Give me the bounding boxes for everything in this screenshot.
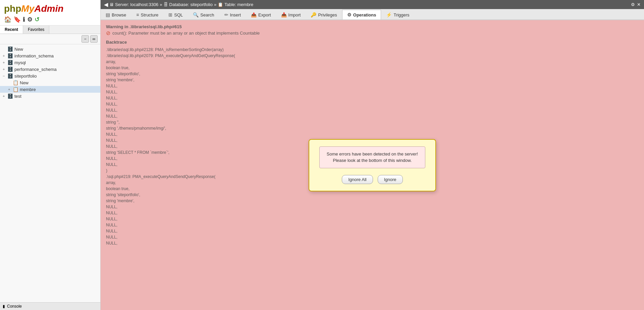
db-icon: 🗄️	[7, 67, 13, 72]
tree-item-performance-schema[interactable]: + 🗄️ performance_schema	[0, 66, 100, 73]
tab-structure-label: Structure	[141, 12, 159, 17]
tree-label-performance-schema: performance_schema	[14, 67, 57, 72]
tree-label-mysql: mysql	[14, 60, 26, 65]
tab-triggers[interactable]: ⚡ Triggers	[381, 10, 414, 19]
table-icon: 📋	[13, 80, 18, 85]
tree-label-membre: membre	[20, 87, 36, 92]
breadcrumb: ◀ 🖥 Server: localhost:3306 » 🗄 Database:…	[104, 1, 253, 8]
table-label: Table: membre	[224, 2, 253, 7]
tab-browse[interactable]: ▤ Browse	[101, 10, 131, 19]
db-icon: 🗄️	[7, 46, 13, 52]
sidebar-tabs: Recent Favorites	[0, 26, 100, 34]
settings-icon[interactable]: ⚙	[27, 16, 33, 23]
tab-search-label: Search	[200, 12, 214, 17]
settings-title-icon[interactable]: ⚙	[631, 2, 635, 7]
tab-bar: ▤ Browse ≡ Structure ⊞ SQL 🔍 Search ✏ In…	[101, 9, 644, 20]
logo-php: php	[4, 3, 21, 14]
tab-operations-label: Operations	[353, 12, 376, 17]
tree-label-information-schema: information_schema	[14, 53, 54, 58]
tree-label-siteportfolio-new: New	[20, 80, 29, 85]
import-tab-icon: 📥	[281, 12, 287, 17]
tab-privileges[interactable]: 🔑 Privileges	[306, 10, 342, 19]
expand-icon: +	[3, 94, 7, 98]
tree-item-new-top[interactable]: 🗄️ New	[0, 46, 100, 52]
bookmark-icon[interactable]: 🔖	[13, 16, 21, 23]
logo-admin: Admin	[34, 3, 63, 14]
tab-insert-label: Insert	[230, 12, 241, 17]
expand-icon: +	[8, 87, 13, 91]
sql-tab-icon: ⊞	[168, 12, 172, 17]
expand-icon: +	[3, 54, 7, 58]
db-icon: 🗄️	[7, 60, 13, 65]
title-icons: ⚙ ✕	[631, 2, 641, 7]
logo-area: phpMyAdmin 🏠 🔖 ℹ ⚙ ↺	[0, 0, 100, 26]
tab-sql-label: SQL	[174, 12, 183, 17]
content-area: Warning in .\libraries\sql.lib.php#615 ⊘…	[101, 20, 644, 310]
modal-message: Some errors have been detected on the se…	[319, 146, 425, 168]
tab-operations[interactable]: ⚙ Operations	[342, 10, 381, 19]
server-label: Server: localhost:3306	[115, 2, 158, 7]
ignore-button[interactable]: Ignore	[378, 175, 403, 184]
database-tree: 🗄️ New + 🗄️ information_schema + 🗄️ mysq…	[0, 44, 100, 302]
tab-export-label: Export	[258, 12, 271, 17]
tab-insert[interactable]: ✏ Insert	[219, 10, 246, 19]
tab-sql[interactable]: ⊞ SQL	[163, 10, 188, 19]
browse-tab-icon: ▤	[106, 12, 110, 17]
tree-item-test[interactable]: + 🗄️ test	[0, 93, 100, 99]
tree-item-membre[interactable]: + 📋 membre	[0, 86, 100, 93]
db-icon: 🗄	[164, 2, 168, 7]
logo-icons: 🏠 🔖 ℹ ⚙ ↺	[4, 16, 96, 23]
tree-label-new-top: New	[14, 47, 23, 52]
tab-recent[interactable]: Recent	[0, 26, 23, 34]
tree-item-siteportfolio[interactable]: − 🗄️ siteportfolio	[0, 73, 100, 79]
tab-browse-label: Browse	[112, 12, 126, 17]
sidebar: phpMyAdmin 🏠 🔖 ℹ ⚙ ↺ Recent Favorites − …	[0, 0, 101, 310]
db-icon: 🗄️	[7, 73, 13, 79]
tab-structure[interactable]: ≡ Structure	[131, 10, 163, 19]
back-icon[interactable]: ◀	[104, 1, 108, 8]
server-icon: 🖥	[109, 2, 114, 7]
privileges-tab-icon: 🔑	[311, 12, 316, 17]
table-icon: 📋	[218, 2, 223, 7]
tab-search[interactable]: 🔍 Search	[188, 10, 219, 19]
console-bar[interactable]: ▮ Console	[0, 302, 100, 310]
tab-triggers-label: Triggers	[393, 12, 409, 17]
tab-export[interactable]: 📤 Export	[246, 10, 276, 19]
tab-import-label: Import	[288, 12, 301, 17]
tree-item-mysql[interactable]: + 🗄️ mysql	[0, 59, 100, 66]
search-tab-icon: 🔍	[193, 12, 199, 17]
sep2: »	[214, 2, 216, 7]
link-button[interactable]: ∞	[90, 35, 98, 43]
insert-tab-icon: ✏	[224, 12, 228, 17]
db-icon: 🗄️	[7, 53, 13, 58]
expand-icon: +	[3, 67, 7, 71]
structure-tab-icon: ≡	[136, 12, 139, 17]
refresh-icon[interactable]: ↺	[35, 16, 40, 23]
modal-message-line1: Some errors have been detected on the se…	[327, 151, 418, 157]
info-icon[interactable]: ℹ	[23, 16, 25, 23]
tree-label-test: test	[14, 94, 21, 99]
tree-item-siteportfolio-new[interactable]: 📋 New	[0, 79, 100, 86]
tab-favorites[interactable]: Favorites	[23, 26, 49, 34]
tab-import[interactable]: 📥 Import	[276, 10, 306, 19]
sep1: »	[160, 2, 162, 7]
db-label: Database: siteportfolio	[169, 2, 213, 7]
expand-icon: −	[3, 74, 7, 78]
close-title-icon[interactable]: ✕	[637, 2, 641, 7]
export-tab-icon: 📤	[251, 12, 257, 17]
tab-privileges-label: Privileges	[318, 12, 337, 17]
console-icon: ▮	[3, 304, 5, 309]
modal-dialog: Some errors have been detected on the se…	[309, 139, 436, 191]
tree-label-siteportfolio: siteportfolio	[14, 74, 37, 79]
collapse-all-button[interactable]: −	[82, 35, 89, 43]
title-bar: ◀ 🖥 Server: localhost:3306 » 🗄 Database:…	[101, 0, 644, 9]
modal-overlay: Some errors have been detected on the se…	[101, 20, 644, 310]
logo-my: My	[21, 3, 34, 14]
console-label: Console	[7, 304, 22, 309]
db-icon: 🗄️	[7, 93, 13, 99]
tree-item-information-schema[interactable]: + 🗄️ information_schema	[0, 52, 100, 59]
sidebar-toolbar: − ∞	[0, 34, 100, 44]
home-icon[interactable]: 🏠	[4, 16, 11, 23]
logo: phpMyAdmin	[4, 3, 96, 14]
ignore-all-button[interactable]: Ignore All	[342, 175, 373, 184]
